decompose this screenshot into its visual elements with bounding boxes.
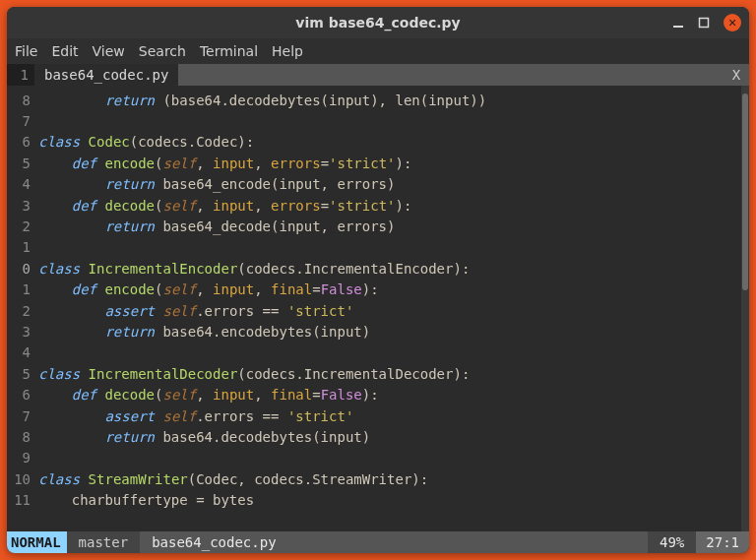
menu-file[interactable]: File bbox=[15, 43, 37, 59]
tab-fill bbox=[178, 64, 724, 86]
code-line[interactable]: 5class IncrementalDecoder(codecs.Increme… bbox=[7, 363, 739, 384]
line-number: 4 bbox=[7, 176, 38, 192]
code-text: class IncrementalEncoder(codecs.Incremen… bbox=[38, 261, 470, 277]
editor-area[interactable]: 8 return (base64.decodebytes(input), len… bbox=[7, 86, 749, 531]
menu-help[interactable]: Help bbox=[272, 43, 303, 59]
minimize-button[interactable] bbox=[672, 17, 684, 29]
maximize-icon bbox=[698, 17, 710, 29]
line-number: 0 bbox=[7, 261, 38, 277]
code-line[interactable]: 7 assert self.errors == 'strict' bbox=[7, 405, 739, 426]
status-percent: 49% bbox=[648, 531, 696, 553]
code-text: return base64.decodebytes(input) bbox=[38, 429, 370, 445]
code-line[interactable]: 2 return base64_decode(input, errors) bbox=[7, 216, 739, 236]
line-number: 10 bbox=[7, 471, 38, 487]
code-text: def decode(self, input, final=False): bbox=[38, 387, 379, 403]
close-icon: ✕ bbox=[727, 17, 736, 30]
code-line[interactable]: 3 return base64.encodebytes(input) bbox=[7, 321, 739, 342]
code-text: class Codec(codecs.Codec): bbox=[38, 134, 254, 150]
line-number: 1 bbox=[7, 239, 38, 255]
line-number: 6 bbox=[7, 134, 38, 150]
code-line[interactable]: 6 def decode(self, input, final=False): bbox=[7, 384, 739, 404]
tab-close-button[interactable]: X bbox=[724, 64, 749, 86]
line-number: 8 bbox=[7, 93, 38, 108]
vim-tabline: 1 base64_codec.py X bbox=[7, 64, 749, 86]
code-line[interactable]: 0class IncrementalEncoder(codecs.Increme… bbox=[7, 258, 739, 279]
line-number: 1 bbox=[7, 281, 38, 297]
code-line[interactable]: 4 return base64_encode(input, errors) bbox=[7, 174, 739, 195]
line-number: 7 bbox=[7, 408, 38, 424]
code-text: assert self.errors == 'strict' bbox=[38, 303, 353, 319]
tab-active[interactable]: base64_codec.py bbox=[34, 64, 178, 86]
status-filename: base64_codec.py bbox=[140, 531, 648, 553]
line-number: 2 bbox=[7, 303, 38, 319]
code-text: return base64_decode(input, errors) bbox=[38, 218, 395, 234]
code-text: class IncrementalDecoder(codecs.Incremen… bbox=[38, 366, 470, 382]
menu-view[interactable]: View bbox=[93, 43, 125, 59]
maximize-button[interactable] bbox=[698, 17, 710, 29]
code-line[interactable]: 11 charbuffertype = bytes bbox=[7, 489, 739, 510]
terminal-window: vim base64_codec.py ✕ File Edit View Sea… bbox=[7, 7, 749, 553]
code-text: def encode(self, input, final=False): bbox=[38, 281, 379, 297]
code-text: def decode(self, input, errors='strict')… bbox=[38, 198, 411, 214]
line-number: 3 bbox=[7, 198, 38, 214]
line-number: 3 bbox=[7, 324, 38, 340]
line-number: 11 bbox=[7, 492, 38, 508]
code-line[interactable]: 5 def encode(self, input, errors='strict… bbox=[7, 153, 739, 173]
code-line[interactable]: 8 return (base64.decodebytes(input), len… bbox=[7, 90, 739, 110]
line-number: 7 bbox=[7, 113, 38, 129]
line-number: 5 bbox=[7, 156, 38, 171]
code-line[interactable]: 7 bbox=[7, 110, 739, 131]
close-button[interactable]: ✕ bbox=[724, 14, 741, 31]
line-number: 8 bbox=[7, 429, 38, 445]
code-text: assert self.errors == 'strict' bbox=[38, 408, 353, 424]
code-area[interactable]: 8 return (base64.decodebytes(input), len… bbox=[7, 86, 739, 531]
code-text: class StreamWriter(Codec, codecs.StreamW… bbox=[38, 471, 428, 487]
titlebar-controls: ✕ bbox=[672, 14, 741, 31]
status-mode: NORMAL bbox=[7, 531, 67, 553]
status-position: 27:1 bbox=[696, 531, 749, 553]
code-line[interactable]: 2 assert self.errors == 'strict' bbox=[7, 300, 739, 321]
svg-rect-0 bbox=[673, 26, 683, 28]
code-line[interactable]: 10class StreamWriter(Codec, codecs.Strea… bbox=[7, 468, 739, 489]
code-line[interactable]: 3 def decode(self, input, errors='strict… bbox=[7, 195, 739, 216]
code-line[interactable]: 1 bbox=[7, 237, 739, 258]
menu-search[interactable]: Search bbox=[139, 43, 186, 59]
code-line[interactable]: 8 return base64.decodebytes(input) bbox=[7, 426, 739, 447]
line-number: 2 bbox=[7, 218, 38, 234]
code-text: def encode(self, input, errors='strict')… bbox=[38, 156, 411, 171]
line-number: 5 bbox=[7, 366, 38, 382]
menu-terminal[interactable]: Terminal bbox=[200, 43, 258, 59]
code-text: return base64.encodebytes(input) bbox=[38, 324, 370, 340]
line-number: 9 bbox=[7, 450, 38, 466]
titlebar[interactable]: vim base64_codec.py ✕ bbox=[7, 7, 749, 38]
tab-filename: base64_codec.py bbox=[44, 67, 168, 83]
status-branch: master bbox=[67, 531, 141, 553]
scrollbar[interactable] bbox=[741, 86, 749, 531]
menu-edit[interactable]: Edit bbox=[51, 43, 78, 59]
line-number: 6 bbox=[7, 387, 38, 403]
code-text: return base64_encode(input, errors) bbox=[38, 176, 395, 192]
code-text: charbuffertype = bytes bbox=[38, 492, 254, 508]
minimize-icon bbox=[672, 17, 684, 29]
code-line[interactable]: 4 bbox=[7, 342, 739, 363]
scroll-thumb[interactable] bbox=[742, 93, 748, 290]
svg-rect-1 bbox=[700, 19, 709, 28]
line-number: 4 bbox=[7, 344, 38, 360]
menubar: File Edit View Search Terminal Help bbox=[7, 38, 749, 64]
statusline: NORMAL master base64_codec.py 49% 27:1 bbox=[7, 531, 749, 553]
code-text: return (base64.decodebytes(input), len(i… bbox=[38, 93, 486, 108]
tab-index: 1 bbox=[7, 64, 34, 86]
code-line[interactable]: 6class Codec(codecs.Codec): bbox=[7, 132, 739, 153]
code-line[interactable]: 9 bbox=[7, 448, 739, 468]
code-line[interactable]: 1 def encode(self, input, final=False): bbox=[7, 280, 739, 300]
window-title: vim base64_codec.py bbox=[295, 15, 460, 31]
